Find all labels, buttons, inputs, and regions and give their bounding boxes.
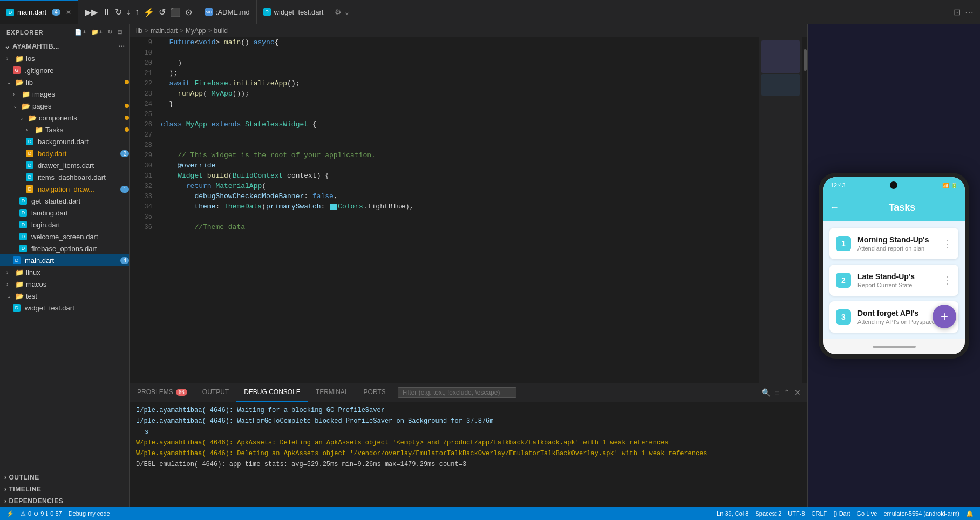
line-num-35: 35 [134,212,152,222]
task-info-3: Dont forget API's Attend my API's on Pay… [858,309,936,325]
more-actions-icon[interactable]: ⋯ [965,7,974,17]
vertical-scrollbar[interactable] [802,37,807,383]
status-remote[interactable]: ⚡ [6,510,14,517]
console-tab-output[interactable]: OUTPUT [195,383,236,402]
status-encoding[interactable]: UTF-8 [788,510,805,517]
md-file-icon: MD [205,8,213,16]
word-wrap-icon[interactable]: ≡ [775,388,779,397]
code-line-22: await Firebase.initializeApp(); [161,78,754,89]
sidebar-item-landing[interactable]: D landing.dart [0,207,129,219]
tab-widget-test[interactable]: D widget_test.dart [257,0,331,24]
timeline-section[interactable]: › TIMELINE [0,483,129,495]
line-num-29: 29 [134,150,152,160]
breadcrumb-method: build [214,27,227,35]
outline-section[interactable]: › OUTLINE [0,471,129,483]
sidebar-item-gitignore[interactable]: G .gitignore [0,64,129,76]
task-menu-1[interactable]: ⋮ [942,238,952,249]
dart-icon: D [19,245,27,252]
tab-widget-test-label: widget_test.dart [274,8,324,16]
sidebar-item-firebase-options[interactable]: D firebase_options.dart [0,242,129,254]
step-over-icon[interactable]: ↓ [126,7,131,17]
status-line-ending[interactable]: CRLF [812,510,827,517]
restart-icon[interactable]: ↻ [115,7,122,17]
tab-readme[interactable]: MD :ADME.md [199,0,257,24]
console-tab-problems[interactable]: PROBLEMS 66 [130,383,195,402]
refresh-icon[interactable]: ↻ [107,29,113,36]
sidebar-item-components[interactable]: ⌄ 📂 components [0,112,129,124]
status-go-live[interactable]: Go Live [856,510,877,517]
sidebar-item-body-dart[interactable]: D body.dart 2 [0,147,129,159]
sidebar-item-test[interactable]: ⌄ 📂 test [0,290,129,302]
console-tab-ports[interactable]: PORTS [356,383,393,402]
sidebar-item-navigation-draw[interactable]: D navigation_draw... 1 [0,183,129,195]
new-file-icon[interactable]: 📄+ [74,29,86,36]
sidebar-item-main-dart[interactable]: D main.dart 4 [0,254,129,266]
sidebar-item-drawer-items[interactable]: D drawer_items.dart [0,159,129,171]
status-spaces[interactable]: Spaces: 2 [755,510,781,517]
split-editor-icon[interactable]: ⊡ [954,7,961,17]
stop-icon[interactable]: ⬛ [170,7,181,17]
tab-settings-icon[interactable]: ⚙ ⌄ [330,8,355,16]
code-line-32: return MaterialApp( [161,181,754,191]
hot-restart-icon[interactable]: ↺ [159,7,166,17]
code-line-24: } [161,99,754,109]
main-area: EXPLORER 📄+ 📁+ ↻ ⊟ ⌄ AYAMAHTIB... ⋯ › 📁 … [0,24,980,507]
scroll-up-icon[interactable]: ⌃ [784,388,790,397]
sidebar-item-background-dart[interactable]: D background.dart [0,136,129,147]
pause-icon[interactable]: ⏸ [102,7,111,17]
code-content[interactable]: Future<void> main() async{ ) ); [156,37,759,383]
phone-time: 12:43 [831,182,846,188]
code-line-23: runApp( MyApp()); [161,89,754,99]
run-icon[interactable]: ▶▶ [85,7,98,17]
sidebar-item-tasks[interactable]: › 📁 Tasks [0,124,129,136]
status-emulator[interactable]: emulator-5554 (android-arm) [883,510,959,517]
folder-open-icon: 📂 [28,114,37,122]
dependencies-section[interactable]: › DEPENDENCIES [0,495,129,507]
sidebar-item-macos[interactable]: › 📁 macos [0,278,129,290]
sidebar-item-items-dashboard[interactable]: D items_dashboard.dart [0,171,129,183]
console-tab-debug[interactable]: DEBUG CONSOLE [236,383,308,402]
sidebar-item-welcome-screen[interactable]: D welcome_screen.dart [0,231,129,242]
step-up-icon[interactable]: ↑ [135,7,139,17]
sidebar-item-login[interactable]: D login.dart [0,219,129,231]
fab-button[interactable]: + [933,305,956,328]
project-root[interactable]: ⌄ AYAMAHTIB... ⋯ [0,40,129,52]
tab-main-dart[interactable]: D main.dart 4 ✕ [0,0,78,24]
phone-back-button[interactable]: ← [829,202,839,213]
status-bell[interactable]: 🔔 [966,510,974,517]
dart-icon: D [13,304,21,312]
hot-reload-icon[interactable]: ⚡ [144,7,154,17]
go-live-label: Go Live [856,510,877,517]
clear-icon[interactable]: ✕ [794,388,801,397]
sidebar-actions: 📄+ 📁+ ↻ ⊟ [74,29,122,36]
collapse-icon[interactable]: ⊟ [117,29,122,36]
sidebar-item-linux[interactable]: › 📁 linux [0,266,129,278]
code-line-30: @override [161,160,754,171]
line-ending-label: CRLF [812,510,827,517]
sidebar-item-pages[interactable]: ⌄ 📂 pages [0,100,129,112]
sidebar-item-images[interactable]: › 📁 images [0,88,129,100]
code-area: 9 10 20 21 22 23 24 25 26 27 28 29 30 31… [130,37,807,383]
status-bar: ⚡ ⚠ 0 ⊙ 9 ℹ 0 57 Debug my code Ln 39, Co… [0,507,980,520]
code-line-35 [161,212,754,222]
tab-main-dart-close[interactable]: ✕ [66,9,71,16]
status-language[interactable]: {} Dart [833,510,850,517]
sidebar-item-widget-test[interactable]: D widget_test.dart [0,302,129,314]
code-line-27 [161,130,754,140]
status-cursor[interactable]: Ln 39, Col 8 [717,510,748,517]
sidebar-item-ios[interactable]: › 📁 ios [0,52,129,64]
sidebar-item-label: components [39,114,122,122]
record-icon[interactable]: ⊙ [185,7,192,17]
sidebar-item-lib[interactable]: ⌄ 📂 lib [0,76,129,88]
task-menu-2[interactable]: ⋮ [942,274,952,286]
status-errors[interactable]: ⚠ 0 ⊙ 9 ℹ 0 57 [21,510,62,517]
chevron-right-icon: › [4,485,7,493]
search-icon[interactable]: 🔍 [761,388,771,397]
console-filter-input[interactable] [398,387,516,398]
code-line-36: //Theme data [161,222,754,232]
sidebar-item-label: Tasks [45,126,122,134]
new-folder-icon[interactable]: 📁+ [91,29,103,36]
console-tab-terminal[interactable]: TERMINAL [308,383,356,402]
status-debug-message[interactable]: Debug my code [69,510,110,517]
sidebar-item-get-started[interactable]: D get_started.dart [0,195,129,207]
